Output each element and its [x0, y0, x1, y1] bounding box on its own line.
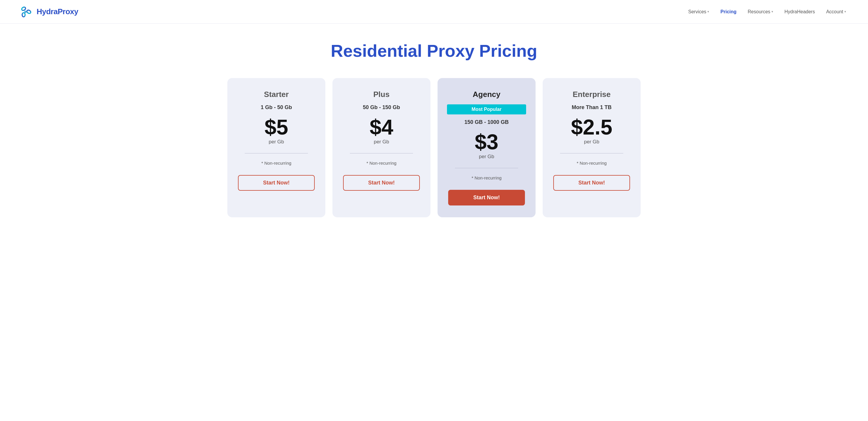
nav-link-services[interactable]: Services ▾: [684, 7, 713, 17]
nav-link-hydraheaders[interactable]: HydraHeaders: [780, 7, 819, 17]
plan-range-agency: 150 GB - 1000 GB: [464, 119, 509, 125]
nav-label-services: Services: [688, 9, 706, 15]
nav-link-pricing[interactable]: Pricing: [716, 7, 740, 17]
navbar: HydraProxy Services ▾ Pricing Resources …: [0, 0, 868, 24]
divider-plus: [350, 153, 413, 153]
plan-price-agency: $3: [475, 131, 498, 152]
non-recurring-agency: * Non-recurring: [471, 175, 502, 180]
popular-badge: Most Popular: [447, 104, 526, 114]
pricing-card-enterprise: Enterprise More Than 1 TB $2.5 per Gb * …: [542, 78, 641, 217]
nav-label-account: Account: [826, 9, 843, 15]
nav-item-pricing[interactable]: Pricing: [716, 7, 740, 17]
divider-enterprise: [560, 153, 623, 153]
non-recurring-enterprise: * Non-recurring: [577, 161, 607, 166]
start-btn-agency[interactable]: Start Now!: [448, 190, 525, 205]
svg-point-0: [21, 6, 26, 11]
plan-range-enterprise: More Than 1 TB: [571, 104, 612, 111]
pricing-grid: Starter 1 Gb - 50 Gb $5 per Gb * Non-rec…: [227, 78, 641, 217]
nav-item-hydraheaders[interactable]: HydraHeaders: [780, 7, 819, 17]
page-title: Residential Proxy Pricing: [18, 41, 850, 60]
plan-per-agency: per Gb: [479, 154, 494, 160]
plan-name-plus: Plus: [373, 90, 390, 99]
logo-icon: [18, 4, 33, 20]
chevron-down-icon-2: ▾: [771, 10, 773, 13]
plan-name-enterprise: Enterprise: [573, 90, 611, 99]
pricing-card-starter: Starter 1 Gb - 50 Gb $5 per Gb * Non-rec…: [227, 78, 326, 217]
plan-price-enterprise: $2.5: [571, 116, 612, 138]
nav-label-resources: Resources: [748, 9, 770, 15]
svg-point-1: [22, 13, 25, 17]
nav-links: Services ▾ Pricing Resources ▾ HydraHead…: [684, 7, 850, 17]
plan-name-starter: Starter: [264, 90, 289, 99]
non-recurring-starter: * Non-recurring: [261, 161, 291, 166]
nav-label-hydraheaders: HydraHeaders: [784, 9, 815, 15]
start-btn-plus[interactable]: Start Now!: [343, 175, 420, 191]
nav-item-services[interactable]: Services ▾: [684, 7, 713, 17]
plan-range-plus: 50 Gb - 150 Gb: [363, 104, 400, 111]
pricing-card-plus: Plus 50 Gb - 150 Gb $4 per Gb * Non-recu…: [333, 78, 430, 217]
plan-price-starter: $5: [265, 116, 288, 138]
nav-item-account[interactable]: Account ▾: [822, 7, 850, 17]
plan-per-starter: per Gb: [269, 139, 284, 145]
logo-text: HydraProxy: [37, 7, 78, 16]
plan-per-plus: per Gb: [374, 139, 389, 145]
nav-item-resources[interactable]: Resources ▾: [744, 7, 777, 17]
nav-label-pricing: Pricing: [720, 9, 736, 15]
svg-point-2: [26, 9, 31, 14]
chevron-down-icon: ▾: [707, 10, 709, 13]
pricing-card-agency: Agency Most Popular 150 GB - 1000 GB $3 …: [438, 78, 535, 217]
plan-range-starter: 1 Gb - 50 Gb: [261, 104, 292, 111]
plan-per-enterprise: per Gb: [584, 139, 599, 145]
non-recurring-plus: * Non-recurring: [366, 161, 397, 166]
svg-point-3: [24, 11, 27, 13]
plan-price-plus: $4: [370, 116, 393, 138]
nav-link-account[interactable]: Account ▾: [822, 7, 850, 17]
start-btn-enterprise[interactable]: Start Now!: [553, 175, 630, 191]
start-btn-starter[interactable]: Start Now!: [238, 175, 315, 191]
main-content: Residential Proxy Pricing Starter 1 Gb -…: [0, 24, 868, 241]
divider-starter: [245, 153, 308, 153]
chevron-down-icon-3: ▾: [844, 10, 846, 13]
logo-link[interactable]: HydraProxy: [18, 4, 78, 20]
divider-agency: [455, 168, 518, 168]
nav-link-resources[interactable]: Resources ▾: [744, 7, 777, 17]
plan-name-agency: Agency: [473, 90, 500, 99]
